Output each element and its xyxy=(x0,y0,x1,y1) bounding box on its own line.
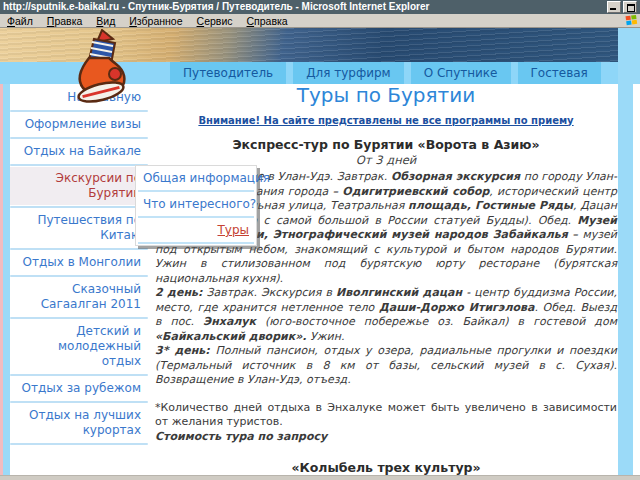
sidebar-separator xyxy=(10,401,148,403)
sidebar-item[interactable]: Отдых на лучших курортах xyxy=(10,404,148,442)
menu-item[interactable]: Избранное xyxy=(122,15,189,27)
emphasized-text: Обзорная экскурсия xyxy=(391,170,520,183)
window-title: http://sputnik.e-baikal.ru - Спутник-Бур… xyxy=(3,1,429,12)
submenu-separator xyxy=(138,190,254,192)
menu-item[interactable]: Вид xyxy=(89,15,122,27)
sidebar-separator xyxy=(10,275,148,277)
emphasized-text: Стоимость тура по запросу xyxy=(155,430,327,443)
sidebar-separator xyxy=(10,137,148,139)
sidebar-separator xyxy=(10,248,148,250)
sidebar-separator xyxy=(10,164,148,166)
sidebar-item[interactable]: Путешествия по Китаю xyxy=(10,209,148,247)
body-text: Ужин. xyxy=(307,330,345,343)
tour-note: *Количество дней отдыха в Энхалуке может… xyxy=(155,401,617,430)
mascot-boot-icon xyxy=(68,29,140,103)
window-title-bar: http://sputnik.e-baikal.ru - Спутник-Бур… xyxy=(0,0,640,14)
emphasized-text: «Байкальский дворик». xyxy=(155,330,307,343)
emphasized-text: 2 день: xyxy=(155,286,202,299)
body-text: *Количество дней отдыха в Энхалуке может… xyxy=(155,401,617,429)
tour-day-paragraph: 2 день: Завтрак. Экскурсия в Иволгинский… xyxy=(155,286,617,344)
sidebar-item[interactable]: Детский и молодежный отдых xyxy=(10,320,148,373)
browser-window: http://sputnik.e-baikal.ru - Спутник-Бур… xyxy=(0,0,640,480)
submenu-item[interactable]: Туры xyxy=(136,219,256,241)
body-text: с самой большой в России статуей Будды).… xyxy=(257,214,577,227)
sidebar-separator xyxy=(10,110,148,112)
nav-tab[interactable]: Путеводитель xyxy=(170,62,286,84)
sidebar-item[interactable]: Отдых в Монголии xyxy=(10,251,148,274)
nav-tab[interactable]: Для турфирм xyxy=(293,62,404,84)
submenu-item[interactable]: Что интересного? xyxy=(136,193,256,215)
tour-price: Стоимость тура по запросу xyxy=(155,430,617,445)
window-bottom-edge xyxy=(0,475,640,480)
header-right-filler xyxy=(618,28,640,84)
right-rail xyxy=(618,84,633,475)
restore-button[interactable] xyxy=(623,1,637,13)
tour-day-paragraph: 3* день: Полный пансион, отдых у озера, … xyxy=(155,344,617,388)
menu-item[interactable]: Сервис xyxy=(190,15,240,27)
menu-bar: ФайлПравкаВидИзбранноеСервисСправка xyxy=(0,14,640,28)
submenu-separator xyxy=(138,242,254,244)
submenu-item[interactable]: Общая информация xyxy=(136,167,256,189)
body-text: Завтрак. Экскурсия в xyxy=(202,286,336,299)
sidebar-separator xyxy=(10,317,148,319)
menu-item[interactable]: Справка xyxy=(240,15,295,27)
submenu-separator xyxy=(138,216,254,218)
main-content: Туры по Бурятии Внимание! На сайте предс… xyxy=(155,88,617,480)
sidebar-item[interactable]: Экскурсии по Бурятии xyxy=(10,167,148,205)
minimize-icon xyxy=(610,8,616,10)
sidebar-item[interactable]: Сказочный Сагаалган 2011 xyxy=(10,278,148,316)
emphasized-text: Одигитриевский собор xyxy=(342,185,489,198)
left-rail xyxy=(3,84,10,475)
nav-tab[interactable]: Гостевая xyxy=(518,62,601,84)
menu-item[interactable]: Правка xyxy=(40,15,89,27)
sidebar-menu: На главнуюОформление визыОтдых на Байкал… xyxy=(10,86,148,446)
body-text: (юго-восточное побережье оз. Байкал) в г… xyxy=(256,315,617,328)
emphasized-text: Даши-Доржо Итигэлова xyxy=(379,301,534,314)
sidebar-separator xyxy=(10,374,148,376)
tour-title: «Колыбель трех культур» xyxy=(155,461,617,476)
sidebar-separator xyxy=(10,206,148,208)
menu-item[interactable]: Файл xyxy=(0,15,40,27)
emphasized-text: площадь, Гостиные Ряды xyxy=(408,199,573,212)
nav-tab[interactable]: О Спутнике xyxy=(411,62,511,84)
restore-icon xyxy=(627,4,635,12)
sidebar-item[interactable]: Оформление визы xyxy=(10,113,148,136)
body-text: , Дацан xyxy=(573,199,617,212)
emphasized-text: Энхалук xyxy=(203,315,256,328)
emphasized-text: Иволгинский дацан xyxy=(336,286,462,299)
tour-title: Экспресс-тур по Бурятии «Ворота в Азию» xyxy=(155,138,617,153)
windows-logo-icon xyxy=(624,14,638,27)
sidebar-item[interactable]: Отдых за рубежом xyxy=(10,377,148,400)
page-title: Туры по Бурятии xyxy=(155,88,617,103)
minimize-button[interactable] xyxy=(607,1,621,13)
emphasized-text: 3* день: xyxy=(155,344,210,357)
sidebar-item[interactable]: Отдых на Байкале xyxy=(10,140,148,163)
sidebar-separator xyxy=(10,443,148,445)
notice-link[interactable]: Внимание! На сайте представлены не все п… xyxy=(155,114,617,129)
submenu-popup: Общая информацияЧто интересного?Туры xyxy=(135,165,257,246)
body-text: Полный пансион, отдых у озера, радиальны… xyxy=(155,344,617,386)
window-controls xyxy=(607,1,637,13)
